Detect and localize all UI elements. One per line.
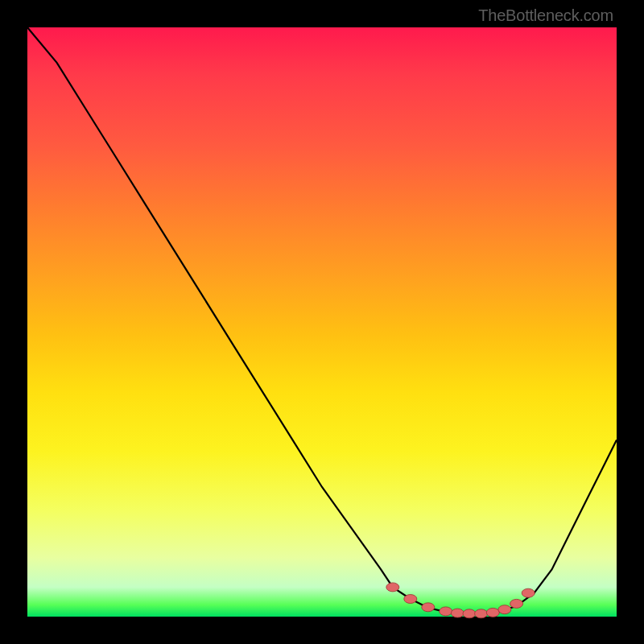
optimum-markers xyxy=(386,583,535,618)
marker-bead xyxy=(475,609,488,618)
marker-bead xyxy=(522,588,535,597)
marker-bead xyxy=(510,599,523,608)
marker-bead xyxy=(404,595,417,604)
marker-bead xyxy=(498,605,511,614)
marker-bead xyxy=(422,603,435,612)
marker-bead xyxy=(440,607,452,616)
marker-bead xyxy=(463,609,476,618)
bottleneck-curve xyxy=(27,27,617,613)
curve-layer xyxy=(27,27,617,617)
attribution-text: TheBottleneck.com xyxy=(478,6,613,25)
plot-area xyxy=(27,27,617,617)
chart-frame: TheBottleneck.com xyxy=(0,0,644,644)
marker-bead xyxy=(451,609,464,617)
marker-bead xyxy=(386,583,399,592)
marker-bead xyxy=(486,608,499,617)
